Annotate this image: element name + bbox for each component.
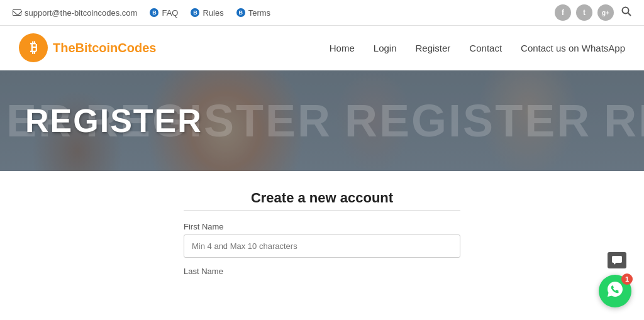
nav-home[interactable]: Home — [330, 43, 355, 53]
svg-line-1 — [628, 13, 631, 16]
logo[interactable]: ₿ TheBitcoinCodes — [19, 33, 156, 62]
rules-label: Rules — [203, 8, 223, 18]
bitcoin-icon-terms: B — [236, 8, 245, 17]
form-container: First Name Last Name — [184, 222, 460, 285]
header: ₿ TheBitcoinCodes Home Login Register Co… — [0, 26, 644, 70]
top-bar: support@the-bitcoincodes.com B FAQ B Rul… — [0, 0, 644, 26]
terms-link[interactable]: B Terms — [236, 8, 270, 18]
main-content: Create a new account First Name Last Nam… — [0, 171, 644, 297]
logo-text-part1: TheBitcoin — [53, 41, 118, 55]
email-text: support@the-bitcoincodes.com — [25, 8, 137, 18]
hero-banner: ER REGISTER REGISTER REGISTE R REGISTER — [0, 70, 644, 171]
faq-link[interactable]: B FAQ — [150, 8, 178, 18]
email-icon — [13, 9, 21, 16]
nav-register[interactable]: Register — [416, 43, 451, 53]
form-divider — [184, 210, 460, 211]
nav-login[interactable]: Login — [374, 43, 397, 53]
nav-contact[interactable]: Contact — [469, 43, 502, 53]
search-button[interactable] — [621, 6, 631, 19]
bitcoin-icon-rules: B — [191, 8, 199, 17]
svg-point-0 — [623, 8, 629, 14]
top-bar-left: support@the-bitcoincodes.com B FAQ B Rul… — [13, 8, 270, 18]
form-title: Create a new account — [251, 190, 393, 206]
logo-symbol: ₿ — [30, 40, 37, 56]
hero-content: REGISTER — [0, 102, 203, 140]
hero-title: REGISTER — [25, 102, 203, 140]
bitcoin-icon-faq: B — [150, 8, 158, 17]
svg-rect-2 — [612, 256, 622, 263]
notification-badge: 1 — [621, 273, 633, 285]
logo-text-part2: Codes — [118, 41, 156, 55]
whatsapp-bubble-icon — [606, 280, 624, 298]
googleplus-icon[interactable]: g+ — [597, 4, 614, 21]
main-nav: Home Login Register Contact Contact us o… — [330, 43, 625, 53]
chat-icon[interactable] — [608, 252, 626, 268]
nav-whatsapp[interactable]: Contact us on WhatsApp — [521, 43, 625, 53]
rules-link[interactable]: B Rules — [191, 8, 223, 18]
twitter-icon[interactable]: t — [576, 4, 592, 21]
logo-circle: ₿ — [19, 33, 48, 62]
last-name-group: Last Name — [184, 267, 460, 276]
last-name-label: Last Name — [184, 267, 460, 276]
email-link[interactable]: support@the-bitcoincodes.com — [13, 8, 137, 18]
svg-marker-3 — [614, 263, 616, 265]
first-name-group: First Name — [184, 222, 460, 258]
first-name-input[interactable] — [184, 234, 460, 258]
faq-label: FAQ — [162, 8, 178, 18]
facebook-icon[interactable]: f — [555, 4, 571, 21]
top-bar-right: f t g+ — [555, 4, 631, 21]
terms-label: Terms — [248, 8, 270, 18]
logo-text: TheBitcoinCodes — [53, 41, 156, 55]
first-name-label: First Name — [184, 222, 460, 231]
